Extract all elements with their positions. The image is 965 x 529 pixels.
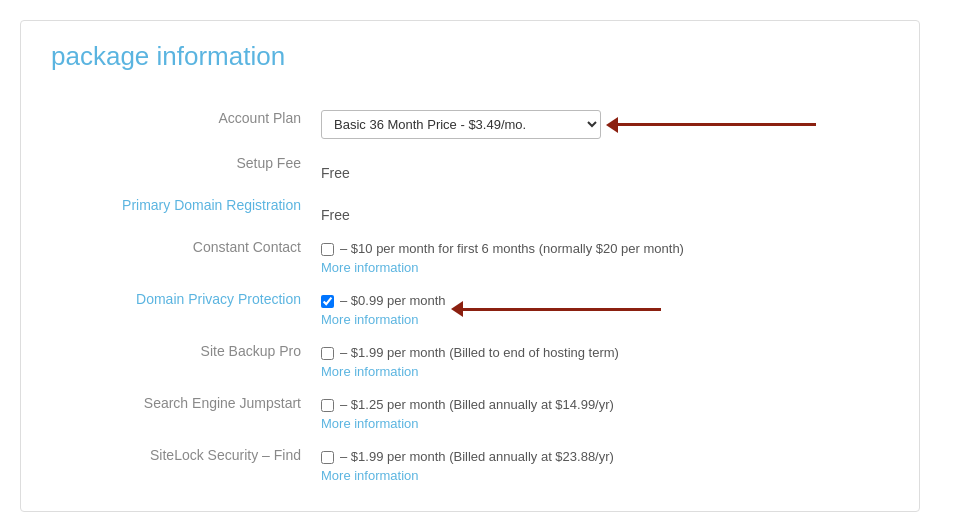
constant-contact-checkbox-row: – $10 per month for first 6 months (norm… xyxy=(321,239,879,256)
site-backup-value-cell: – $1.99 per month (Billed to end of host… xyxy=(311,335,889,387)
account-plan-label: Account Plan xyxy=(51,102,311,147)
domain-privacy-value-cell: – $0.99 per month More information xyxy=(311,283,889,335)
site-backup-label: Site Backup Pro xyxy=(51,335,311,387)
primary-domain-row: Primary Domain Registration Free xyxy=(51,189,889,231)
domain-privacy-label: Domain Privacy Protection xyxy=(51,283,311,335)
search-engine-checkbox-row: – $1.25 per month (Billed annually at $1… xyxy=(321,395,879,412)
setup-fee-row: Setup Fee Free xyxy=(51,147,889,189)
search-engine-row: Search Engine Jumpstart – $1.25 per mont… xyxy=(51,387,889,439)
constant-contact-more-info[interactable]: More information xyxy=(321,260,879,275)
primary-domain-label: Primary Domain Registration xyxy=(51,189,311,231)
primary-domain-value: Free xyxy=(321,197,350,223)
domain-privacy-row: Domain Privacy Protection – $0.99 per mo… xyxy=(51,283,889,335)
form-table: Account Plan Basic 36 Month Price - $3.4… xyxy=(51,102,889,491)
constant-contact-label: Constant Contact xyxy=(51,231,311,283)
constant-contact-value-cell: – $10 per month for first 6 months (norm… xyxy=(311,231,889,283)
constant-contact-checkbox-label: – $10 per month for first 6 months (norm… xyxy=(340,241,684,256)
domain-privacy-checkbox-row: – $0.99 per month xyxy=(321,291,446,308)
account-plan-value-cell: Basic 36 Month Price - $3.49/mo. Basic 2… xyxy=(311,102,889,147)
domain-privacy-more-info[interactable]: More information xyxy=(321,312,446,327)
constant-contact-checkbox[interactable] xyxy=(321,243,334,256)
domain-privacy-row-with-arrow: – $0.99 per month More information xyxy=(321,291,879,327)
domain-privacy-checkbox-label: – $0.99 per month xyxy=(340,293,446,308)
primary-domain-value-cell: Free xyxy=(311,189,889,231)
site-backup-checkbox-label: – $1.99 per month (Billed to end of host… xyxy=(340,345,619,360)
search-engine-value-cell: – $1.25 per month (Billed annually at $1… xyxy=(311,387,889,439)
page-title: package information xyxy=(51,41,889,82)
sitelock-checkbox-row: – $1.99 per month (Billed annually at $2… xyxy=(321,447,879,464)
setup-fee-value: Free xyxy=(321,155,350,181)
domain-privacy-arrow xyxy=(461,308,661,311)
sitelock-label: SiteLock Security – Find xyxy=(51,439,311,491)
site-backup-checkbox-row: – $1.99 per month (Billed to end of host… xyxy=(321,343,879,360)
sitelock-more-info[interactable]: More information xyxy=(321,468,879,483)
site-backup-row: Site Backup Pro – $1.99 per month (Bille… xyxy=(51,335,889,387)
domain-privacy-checkbox-group: – $0.99 per month More information xyxy=(321,291,446,327)
sitelock-checkbox-label: – $1.99 per month (Billed annually at $2… xyxy=(340,449,614,464)
domain-privacy-checkbox[interactable] xyxy=(321,295,334,308)
account-plan-arrow xyxy=(616,123,816,126)
search-engine-checkbox-label: – $1.25 per month (Billed annually at $1… xyxy=(340,397,614,412)
site-backup-checkbox[interactable] xyxy=(321,347,334,360)
sitelock-row: SiteLock Security – Find – $1.99 per mon… xyxy=(51,439,889,491)
constant-contact-row: Constant Contact – $10 per month for fir… xyxy=(51,231,889,283)
package-information-panel: package information Account Plan Basic 3… xyxy=(20,20,920,512)
setup-fee-value-cell: Free xyxy=(311,147,889,189)
sitelock-value-cell: – $1.99 per month (Billed annually at $2… xyxy=(311,439,889,491)
search-engine-label: Search Engine Jumpstart xyxy=(51,387,311,439)
account-plan-select[interactable]: Basic 36 Month Price - $3.49/mo. Basic 2… xyxy=(321,110,601,139)
search-engine-more-info[interactable]: More information xyxy=(321,416,879,431)
account-plan-row-with-arrow: Basic 36 Month Price - $3.49/mo. Basic 2… xyxy=(321,110,879,139)
setup-fee-label: Setup Fee xyxy=(51,147,311,189)
site-backup-more-info[interactable]: More information xyxy=(321,364,879,379)
search-engine-checkbox[interactable] xyxy=(321,399,334,412)
sitelock-checkbox[interactable] xyxy=(321,451,334,464)
account-plan-row: Account Plan Basic 36 Month Price - $3.4… xyxy=(51,102,889,147)
